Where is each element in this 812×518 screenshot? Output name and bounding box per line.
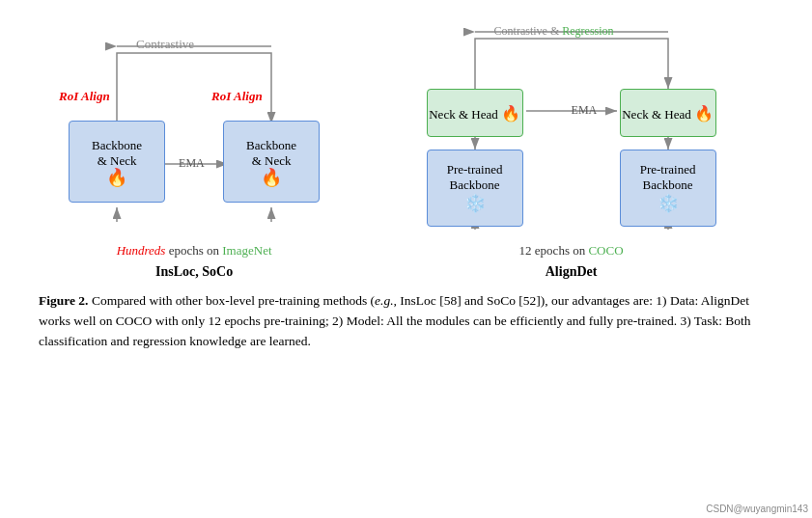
right-diagram-section: Contrastive & Regression Neck & Head 🔥 N… — [369, 19, 773, 280]
epoch-label-left: Hundreds epochs on ImageNet — [117, 243, 272, 259]
box2-label: Backbone& Neck — [246, 138, 296, 169]
roi-align-label-2: RoI Align — [211, 89, 263, 104]
neck-head-box-2: Neck & Head 🔥 — [620, 89, 716, 137]
pretrained-2-label: Pre-trainedBackbone — [640, 162, 696, 193]
contrastive-label: Contrastive — [136, 37, 194, 52]
hundreds-text: Hundreds — [117, 243, 166, 258]
fire-icon-right-1: 🔥 — [501, 105, 520, 122]
roi-align-label-1: RoI Align — [59, 89, 110, 104]
contrastive-text-right: Contrastive & — [494, 24, 563, 38]
caption-text: Compared with other box-level pre-traini… — [39, 293, 751, 348]
figure-num: Figure 2. — [39, 293, 89, 308]
contrastive-regression-label: Contrastive & Regression — [494, 24, 614, 39]
neck-head-2-label: Neck & Head — [622, 107, 690, 122]
diagram-area: Contrastive RoI Align RoI Align Backbone… — [19, 10, 793, 280]
epoch-prefix-right: 12 epochs on — [519, 243, 589, 258]
epoch-text-left: epochs on — [169, 243, 223, 258]
fire-icon-2: 🔥 — [246, 169, 296, 186]
pretrained-backbone-box-1: Pre-trainedBackbone ❄️ — [427, 150, 523, 227]
caption-area: Figure 2. Compared with other box-level … — [19, 280, 793, 360]
left-diagram-container: Contrastive RoI Align RoI Align Backbone… — [40, 19, 349, 241]
left-diagram-section: Contrastive RoI Align RoI Align Backbone… — [39, 19, 350, 280]
right-diagram-container: Contrastive & Regression Neck & Head 🔥 N… — [383, 19, 760, 241]
neck-head-box-1: Neck & Head 🔥 — [427, 89, 523, 137]
regression-text: Regression — [562, 24, 613, 38]
pretrained-backbone-box-2: Pre-trainedBackbone ❄️ — [620, 150, 716, 227]
snowflake-icon-1: ❄️ — [447, 193, 503, 214]
imagenet-text: ImageNet — [222, 243, 271, 258]
ema-label-right: EMA — [572, 103, 598, 118]
backbone-neck-box-1: Backbone& Neck 🔥 — [69, 121, 165, 203]
snowflake-icon-2: ❄️ — [640, 193, 696, 214]
backbone-neck-box-2: Backbone& Neck 🔥 — [223, 121, 320, 203]
right-section-label: AlignDet — [546, 264, 598, 280]
watermark: CSDN@wuyangmin143 — [706, 502, 808, 517]
epoch-label-right: 12 epochs on COCO — [519, 243, 624, 259]
neck-head-1-label: Neck & Head — [429, 107, 497, 122]
box1-label: Backbone& Neck — [92, 138, 142, 169]
pretrained-1-label: Pre-trainedBackbone — [447, 162, 503, 193]
fire-icon-1: 🔥 — [92, 169, 142, 186]
coco-text: COCO — [588, 243, 623, 258]
fire-icon-right-2: 🔥 — [694, 105, 714, 122]
left-section-label: InsLoc, SoCo — [155, 264, 233, 280]
ema-label-left: EMA — [179, 156, 205, 171]
